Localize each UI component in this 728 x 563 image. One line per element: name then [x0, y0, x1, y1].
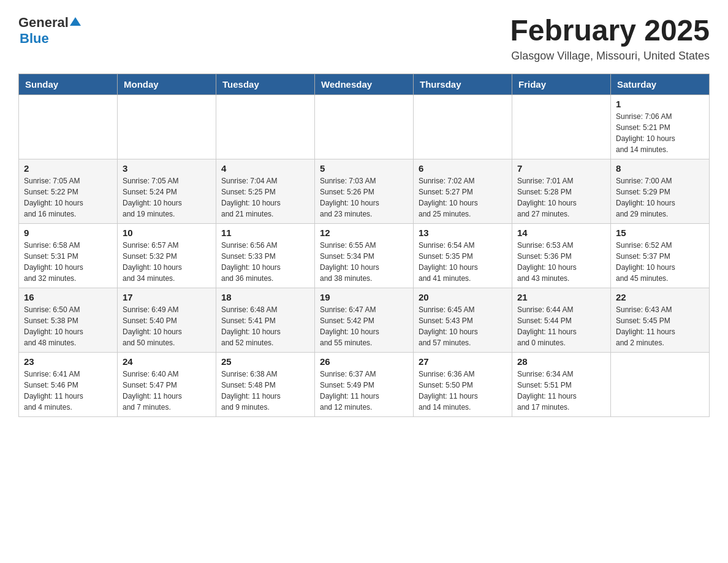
location-title: Glasgow Village, Missouri, United States — [510, 50, 710, 63]
day-number: 22 — [616, 292, 704, 302]
table-row — [19, 94, 118, 159]
day-info: Sunrise: 6:40 AM Sunset: 5:47 PM Dayligh… — [123, 369, 211, 413]
day-number: 9 — [24, 228, 112, 238]
day-info: Sunrise: 7:05 AM Sunset: 5:22 PM Dayligh… — [24, 175, 112, 220]
calendar-week-row: 2Sunrise: 7:05 AM Sunset: 5:22 PM Daylig… — [19, 159, 710, 223]
day-info: Sunrise: 7:05 AM Sunset: 5:24 PM Dayligh… — [123, 175, 211, 220]
day-number: 28 — [517, 356, 605, 367]
day-number: 3 — [123, 163, 211, 174]
day-info: Sunrise: 6:38 AM Sunset: 5:48 PM Dayligh… — [221, 369, 309, 413]
day-number: 6 — [419, 163, 507, 174]
table-row: 20Sunrise: 6:45 AM Sunset: 5:43 PM Dayli… — [414, 288, 512, 352]
table-row: 6Sunrise: 7:02 AM Sunset: 5:27 PM Daylig… — [414, 159, 512, 223]
day-number: 4 — [221, 163, 309, 174]
table-row: 12Sunrise: 6:55 AM Sunset: 5:34 PM Dayli… — [315, 223, 414, 288]
table-row: 18Sunrise: 6:48 AM Sunset: 5:41 PM Dayli… — [216, 288, 315, 352]
logo: General Blue — [18, 15, 81, 47]
day-info: Sunrise: 6:53 AM Sunset: 5:36 PM Dayligh… — [517, 240, 605, 284]
day-info: Sunrise: 6:54 AM Sunset: 5:35 PM Dayligh… — [419, 240, 507, 284]
day-info: Sunrise: 6:52 AM Sunset: 5:37 PM Dayligh… — [616, 240, 704, 284]
day-info: Sunrise: 6:55 AM Sunset: 5:34 PM Dayligh… — [320, 240, 408, 284]
day-info: Sunrise: 7:06 AM Sunset: 5:21 PM Dayligh… — [616, 111, 704, 155]
day-number: 2 — [24, 163, 112, 174]
table-row — [315, 94, 414, 159]
calendar-header-row: Sunday Monday Tuesday Wednesday Thursday… — [19, 74, 710, 94]
page-header: General Blue February 2025 Glasgow Villa… — [18, 15, 710, 63]
table-row: 28Sunrise: 6:34 AM Sunset: 5:51 PM Dayli… — [512, 352, 611, 416]
table-row: 11Sunrise: 6:56 AM Sunset: 5:33 PM Dayli… — [216, 223, 315, 288]
day-number: 17 — [123, 292, 211, 302]
table-row: 13Sunrise: 6:54 AM Sunset: 5:35 PM Dayli… — [414, 223, 512, 288]
table-row: 24Sunrise: 6:40 AM Sunset: 5:47 PM Dayli… — [118, 352, 216, 416]
day-info: Sunrise: 7:04 AM Sunset: 5:25 PM Dayligh… — [221, 175, 309, 220]
logo-triangle-icon — [70, 16, 81, 27]
day-number: 20 — [419, 292, 507, 302]
day-number: 27 — [419, 356, 507, 367]
day-info: Sunrise: 6:37 AM Sunset: 5:49 PM Dayligh… — [320, 369, 408, 413]
table-row: 25Sunrise: 6:38 AM Sunset: 5:48 PM Dayli… — [216, 352, 315, 416]
col-thursday: Thursday — [414, 74, 512, 94]
table-row: 22Sunrise: 6:43 AM Sunset: 5:45 PM Dayli… — [611, 288, 710, 352]
col-tuesday: Tuesday — [216, 74, 315, 94]
day-info: Sunrise: 6:57 AM Sunset: 5:32 PM Dayligh… — [123, 240, 211, 284]
table-row — [216, 94, 315, 159]
day-number: 12 — [320, 228, 408, 238]
calendar-table: Sunday Monday Tuesday Wednesday Thursday… — [18, 74, 710, 417]
day-number: 15 — [616, 228, 704, 238]
day-number: 24 — [123, 356, 211, 367]
day-info: Sunrise: 7:02 AM Sunset: 5:27 PM Dayligh… — [419, 175, 507, 220]
day-info: Sunrise: 6:45 AM Sunset: 5:43 PM Dayligh… — [419, 304, 507, 348]
table-row: 26Sunrise: 6:37 AM Sunset: 5:49 PM Dayli… — [315, 352, 414, 416]
col-friday: Friday — [512, 74, 611, 94]
table-row: 8Sunrise: 7:00 AM Sunset: 5:29 PM Daylig… — [611, 159, 710, 223]
day-number: 19 — [320, 292, 408, 302]
table-row: 21Sunrise: 6:44 AM Sunset: 5:44 PM Dayli… — [512, 288, 611, 352]
col-wednesday: Wednesday — [315, 74, 414, 94]
day-info: Sunrise: 7:01 AM Sunset: 5:28 PM Dayligh… — [517, 175, 605, 220]
table-row: 1Sunrise: 7:06 AM Sunset: 5:21 PM Daylig… — [611, 94, 710, 159]
day-number: 16 — [24, 292, 112, 302]
calendar-week-row: 16Sunrise: 6:50 AM Sunset: 5:38 PM Dayli… — [19, 288, 710, 352]
table-row: 15Sunrise: 6:52 AM Sunset: 5:37 PM Dayli… — [611, 223, 710, 288]
day-number: 21 — [517, 292, 605, 302]
table-row: 2Sunrise: 7:05 AM Sunset: 5:22 PM Daylig… — [19, 159, 118, 223]
logo-general-text: General — [18, 15, 69, 31]
day-info: Sunrise: 6:43 AM Sunset: 5:45 PM Dayligh… — [616, 304, 704, 348]
col-saturday: Saturday — [611, 74, 710, 94]
table-row: 14Sunrise: 6:53 AM Sunset: 5:36 PM Dayli… — [512, 223, 611, 288]
day-number: 11 — [221, 228, 309, 238]
table-row: 19Sunrise: 6:47 AM Sunset: 5:42 PM Dayli… — [315, 288, 414, 352]
calendar-week-row: 23Sunrise: 6:41 AM Sunset: 5:46 PM Dayli… — [19, 352, 710, 416]
day-number: 26 — [320, 356, 408, 367]
day-info: Sunrise: 6:49 AM Sunset: 5:40 PM Dayligh… — [123, 304, 211, 348]
day-info: Sunrise: 6:58 AM Sunset: 5:31 PM Dayligh… — [24, 240, 112, 284]
logo-blue-text: Blue — [20, 31, 49, 47]
day-number: 13 — [419, 228, 507, 238]
day-number: 7 — [517, 163, 605, 174]
day-number: 18 — [221, 292, 309, 302]
day-info: Sunrise: 6:47 AM Sunset: 5:42 PM Dayligh… — [320, 304, 408, 348]
day-info: Sunrise: 6:48 AM Sunset: 5:41 PM Dayligh… — [221, 304, 309, 348]
table-row: 3Sunrise: 7:05 AM Sunset: 5:24 PM Daylig… — [118, 159, 216, 223]
table-row: 23Sunrise: 6:41 AM Sunset: 5:46 PM Dayli… — [19, 352, 118, 416]
title-block: February 2025 Glasgow Village, Missouri,… — [510, 15, 710, 63]
table-row: 16Sunrise: 6:50 AM Sunset: 5:38 PM Dayli… — [19, 288, 118, 352]
day-info: Sunrise: 6:34 AM Sunset: 5:51 PM Dayligh… — [517, 369, 605, 413]
day-info: Sunrise: 6:44 AM Sunset: 5:44 PM Dayligh… — [517, 304, 605, 348]
table-row: 10Sunrise: 6:57 AM Sunset: 5:32 PM Dayli… — [118, 223, 216, 288]
table-row — [414, 94, 512, 159]
table-row: 4Sunrise: 7:04 AM Sunset: 5:25 PM Daylig… — [216, 159, 315, 223]
day-info: Sunrise: 6:50 AM Sunset: 5:38 PM Dayligh… — [24, 304, 112, 348]
day-number: 1 — [616, 99, 704, 109]
table-row: 7Sunrise: 7:01 AM Sunset: 5:28 PM Daylig… — [512, 159, 611, 223]
day-info: Sunrise: 7:00 AM Sunset: 5:29 PM Dayligh… — [616, 175, 704, 220]
day-info: Sunrise: 7:03 AM Sunset: 5:26 PM Dayligh… — [320, 175, 408, 220]
day-number: 23 — [24, 356, 112, 367]
table-row — [512, 94, 611, 159]
month-title: February 2025 — [510, 15, 710, 47]
day-number: 8 — [616, 163, 704, 174]
table-row: 9Sunrise: 6:58 AM Sunset: 5:31 PM Daylig… — [19, 223, 118, 288]
day-number: 5 — [320, 163, 408, 174]
day-info: Sunrise: 6:41 AM Sunset: 5:46 PM Dayligh… — [24, 369, 112, 413]
day-number: 25 — [221, 356, 309, 367]
